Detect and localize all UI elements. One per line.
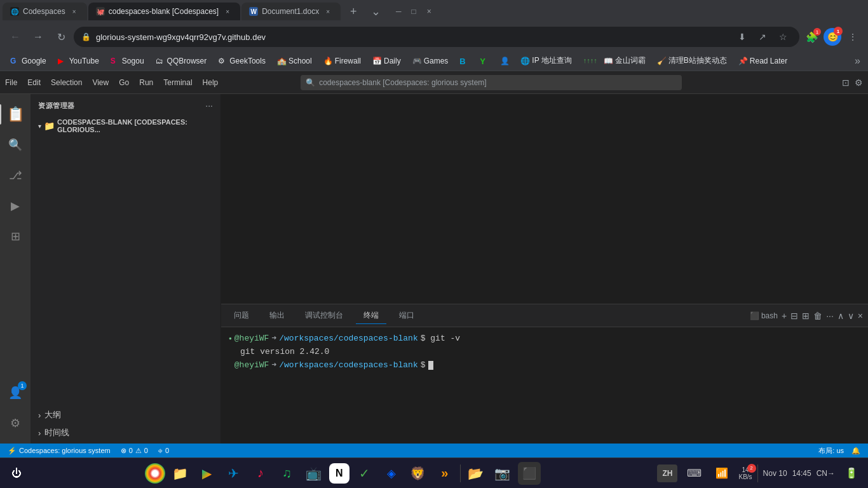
menu-terminal[interactable]: Terminal (163, 78, 192, 87)
tab-3-close[interactable]: × (323, 6, 333, 17)
forward-button[interactable]: → (28, 27, 48, 47)
activity-account[interactable]: 👤 1 (0, 377, 31, 408)
activity-search[interactable]: 🔍 (0, 130, 31, 160)
taskbar-network[interactable]: 📶 (710, 462, 733, 485)
bookmark-school[interactable]: 🏫 School (272, 54, 317, 68)
status-bell[interactable]: 🔔 (849, 447, 863, 455)
bookmark-signal[interactable]: ↑↑↑↑ (578, 54, 597, 68)
bookmark-firewall[interactable]: 🔥 Firewall (318, 54, 366, 68)
tab-overflow-button[interactable]: ⌄ (366, 4, 386, 18)
terminal-up-button[interactable]: ∧ (837, 311, 844, 321)
tab-1[interactable]: 🌐 Codespaces × (3, 3, 87, 20)
status-layout[interactable]: 布局: us (816, 446, 846, 456)
menu-file[interactable]: File (5, 78, 17, 87)
bookmark-yuque[interactable]: Y (475, 54, 494, 68)
menu-button[interactable]: ⋮ (843, 27, 863, 47)
taskbar-tick[interactable]: ✓ (353, 462, 376, 485)
tab-problems[interactable]: 问题 (226, 308, 257, 324)
taskbar-chrome[interactable] (145, 463, 165, 484)
taskbar-music[interactable]: ♪ (249, 462, 272, 485)
refresh-button[interactable]: ↻ (51, 27, 71, 47)
taskbar-battery[interactable]: 🔋 (840, 462, 863, 485)
extensions-icon[interactable]: 🧩 1 (802, 27, 822, 47)
taskbar-finder[interactable]: 📂 (465, 462, 487, 485)
bookmark-ip[interactable]: 🌐 IP 地址查询 (515, 53, 576, 69)
bookmark-google[interactable]: G Google (5, 54, 51, 68)
taskbar-lang[interactable]: ZH (657, 464, 677, 482)
taskbar-spotify[interactable]: ♫ (276, 462, 299, 485)
bookmark-youtube[interactable]: ▶ YouTube (53, 54, 104, 68)
bookmark-avatar[interactable]: 👤 (495, 54, 514, 68)
taskbar-time[interactable]: 14:45 (792, 469, 811, 478)
taskbar-overflow[interactable]: » (433, 462, 456, 485)
taskbar-dropbox[interactable]: ◈ (380, 462, 403, 485)
taskbar-keyboard[interactable]: ⌨ (682, 462, 705, 485)
activity-explorer[interactable]: 📋 (0, 99, 31, 130)
bookmarks-overflow-button[interactable]: » (852, 53, 863, 69)
menu-run[interactable]: Run (139, 78, 153, 87)
timeline-item[interactable]: › 时间线 (31, 424, 220, 441)
menu-view[interactable]: View (92, 78, 109, 87)
taskbar-brave[interactable]: 🦁 (407, 462, 430, 485)
close-button[interactable]: × (423, 5, 435, 18)
clear-terminal-button[interactable]: 🗑 (813, 311, 822, 321)
menu-help[interactable]: Help (203, 78, 219, 87)
add-terminal-button[interactable]: + (782, 311, 787, 321)
taskbar-terminal-app[interactable]: ⬛ (518, 462, 541, 485)
tab-3[interactable]: W Document1.docx × (241, 3, 341, 20)
tab-2[interactable]: 🐙 codespaces-blank [Codespaces] × (88, 3, 240, 20)
menu-go[interactable]: Go (119, 78, 129, 87)
tab-ports[interactable]: 端口 (391, 308, 422, 324)
status-errors[interactable]: ⊗ 0 ⚠ 0 (118, 447, 151, 455)
activity-settings[interactable]: ⚙ (0, 408, 31, 438)
taskbar-date[interactable]: Nov 10 (763, 469, 787, 478)
minimize-button[interactable]: ─ (392, 5, 405, 18)
taskbar-power-button[interactable]: ⏻ (5, 462, 28, 485)
url-bar[interactable]: 🔒 glorious-system-wg9xgv4qrr92vg7v.githu… (74, 27, 799, 47)
close-terminal-button[interactable]: × (858, 311, 863, 321)
split-terminal-button[interactable]: ⊟ (790, 311, 798, 321)
terminal-layout-button[interactable]: ⊞ (802, 311, 810, 321)
taskbar-files[interactable]: 📁 (169, 462, 192, 485)
settings-icon[interactable]: ⚙ (855, 78, 863, 88)
profile-button[interactable]: 😊 1 (824, 28, 841, 46)
taskbar-screenshot[interactable]: 📷 (491, 462, 514, 485)
tab-output[interactable]: 输出 (262, 308, 292, 324)
new-tab-button[interactable]: + (344, 3, 362, 20)
bookmark-star-icon[interactable]: ☆ (774, 28, 792, 46)
taskbar-playstore[interactable]: ▶ (196, 462, 219, 485)
vscode-search-bar[interactable]: 🔍 codespaces-blank [Codespaces: glorious… (301, 75, 682, 90)
bookmark-qingli[interactable]: 🧹 清理B站抽奖动态 (652, 53, 732, 69)
activity-source-control[interactable]: ⎇ (0, 160, 31, 191)
taskbar-freetube[interactable]: 📺 (302, 462, 325, 485)
back-button[interactable]: ← (5, 27, 25, 47)
bookmark-jinshancihai[interactable]: 📖 金山词霸 (599, 53, 651, 69)
taskbar-notion[interactable]: N (329, 463, 349, 484)
bookmark-readlater[interactable]: 📌 Read Later (733, 54, 792, 68)
outline-item[interactable]: › 大纲 (31, 407, 220, 423)
bookmark-geektools[interactable]: ⚙ GeekTools (213, 54, 271, 68)
sidebar-more-button[interactable]: ··· (205, 100, 213, 111)
bookmark-qqbrowser[interactable]: 🗂 QQBrowser (151, 54, 212, 68)
activity-extensions[interactable]: ⊞ (0, 221, 31, 252)
share-icon[interactable]: ↗ (754, 28, 771, 46)
bookmark-daily[interactable]: 📅 Daily (367, 54, 406, 68)
terminal-maximize-button[interactable]: ∨ (848, 311, 854, 321)
bookmark-sogou[interactable]: S Sogou (105, 54, 149, 68)
tab-debug-console[interactable]: 调试控制台 (297, 308, 351, 324)
tab-1-close[interactable]: × (69, 6, 79, 17)
bookmark-bilibili[interactable]: B (454, 54, 473, 68)
tree-root[interactable]: ▾ 📁 CODESPACES-BLANK [CODESPACES: GLORIO… (31, 117, 220, 135)
more-terminal-button[interactable]: ··· (826, 311, 834, 321)
bookmark-games[interactable]: 🎮 Games (407, 54, 454, 68)
status-ports[interactable]: ⎆ 0 (156, 447, 172, 454)
menu-edit[interactable]: Edit (27, 78, 41, 87)
layout-toggle-icon[interactable]: ⊡ (842, 78, 850, 88)
activity-run[interactable]: ▶ (0, 191, 31, 221)
download-icon[interactable]: ⬇ (733, 28, 751, 46)
taskbar-input-method[interactable]: CN→ (817, 469, 835, 478)
taskbar-telegram[interactable]: ✈ (222, 462, 245, 485)
menu-selection[interactable]: Selection (51, 78, 82, 87)
taskbar-kb-speed[interactable]: 14 KB/s 2 (738, 466, 752, 480)
tab-terminal[interactable]: 终端 (356, 308, 386, 324)
